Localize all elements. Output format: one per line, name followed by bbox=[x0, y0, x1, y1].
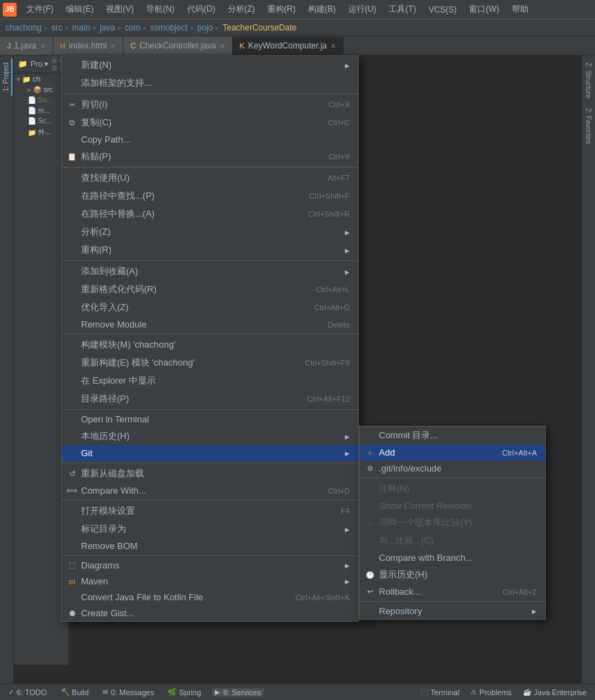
ctx-new-label: 新建(N) bbox=[81, 59, 112, 71]
ctx-git[interactable]: Git ▸ bbox=[62, 445, 358, 461]
ctx-commit-dir[interactable]: Commit 目录... bbox=[359, 427, 545, 445]
ctx-module-settings[interactable]: 打开模块设置 F4 bbox=[62, 502, 358, 520]
ctx-new-arrow: ▸ bbox=[345, 60, 350, 71]
ctx-sep-3 bbox=[62, 260, 358, 261]
ctx-sep-5 bbox=[62, 409, 358, 410]
ctx-local-history[interactable]: 本地历史(H) ▸ bbox=[62, 427, 358, 445]
ctx-repository[interactable]: Repository ▸ bbox=[359, 603, 545, 619]
ctx-compare-with2-label: 与...比较...(C) bbox=[379, 535, 434, 547]
ctx-remove-bom[interactable]: Remove BOM bbox=[62, 538, 358, 554]
ctx-local-history-arrow: ▸ bbox=[345, 431, 350, 442]
compare-icon: ⟺ bbox=[66, 486, 78, 495]
ctx-open-terminal[interactable]: Open in Terminal bbox=[62, 411, 358, 427]
ctx-annotate-label: 注释(N) bbox=[379, 483, 409, 495]
ctx-add-framework[interactable]: 添加框架的支持... bbox=[62, 74, 358, 92]
ctx-add-label: Add bbox=[379, 447, 395, 458]
exclude-icon: ⚙ bbox=[364, 465, 376, 472]
ctx-maven[interactable]: m Maven ▸ bbox=[62, 573, 358, 589]
ctx-paste-label: 粘贴(P) bbox=[81, 150, 111, 163]
ctx-compare-same-version: → 与同一个版本库比较(Y) bbox=[359, 514, 545, 532]
ctx-optimize[interactable]: 优化导入(Z) Ctrl+Alt+O bbox=[62, 298, 358, 316]
ctx-show-history[interactable]: 🕐 显示历史(H) bbox=[359, 566, 545, 584]
ctx-commit-dir-label: Commit 目录... bbox=[379, 429, 438, 442]
ctx-refactor-arrow: ▸ bbox=[345, 245, 350, 255]
diagrams-icon: ⬚ bbox=[66, 561, 78, 570]
ctx-add-shortcut: Ctrl+Alt+A bbox=[502, 449, 537, 457]
ctx-rebuild-shortcut: Ctrl+Shift+F9 bbox=[305, 359, 350, 367]
git-sep-2 bbox=[359, 601, 545, 602]
ctx-exclude-label: .git/info/exclude bbox=[379, 463, 441, 474]
ctx-replace-shortcut: Ctrl+Shift+R bbox=[308, 210, 350, 218]
ctx-build-module[interactable]: 构建模块(M) 'chachong' bbox=[62, 336, 358, 354]
ctx-mark-dir[interactable]: 标记目录为 ▸ bbox=[62, 520, 358, 538]
ctx-rollback[interactable]: ↩ Rollback... Ctrl+Alt+Z bbox=[359, 584, 545, 600]
ctx-remove-module-label: Remove Module bbox=[81, 319, 147, 330]
ctx-convert-java-label: Convert Java File to Kotlin File bbox=[81, 592, 203, 602]
ctx-annotate: 注释(N) bbox=[359, 480, 545, 498]
ctx-mark-dir-label: 标记目录为 bbox=[81, 523, 126, 535]
ctx-find-in-path-label: 在路径中查找...(P) bbox=[81, 190, 154, 202]
ctx-analyze-label: 分析(Z) bbox=[81, 226, 111, 238]
ctx-rebuild-module[interactable]: 重新构建(E) 模块 'chachong' Ctrl+Shift+F9 bbox=[62, 354, 358, 372]
ctx-dir-path[interactable]: 目录路径(P) Ctrl+Alt+F12 bbox=[62, 390, 358, 408]
ctx-exclude[interactable]: ⚙ .git/info/exclude bbox=[359, 460, 545, 476]
ctx-add-favorites-label: 添加到收藏(A) bbox=[81, 265, 138, 278]
ctx-show-in-explorer[interactable]: 在 Explorer 中显示 bbox=[62, 372, 358, 390]
ctx-local-history-label: 本地历史(H) bbox=[81, 430, 130, 442]
ctx-compare-branch[interactable]: Compare with Branch... bbox=[359, 550, 545, 566]
ctx-copy-shortcut: Ctrl+C bbox=[328, 118, 350, 127]
ctx-rollback-label: Rollback... bbox=[379, 586, 421, 597]
ctx-reformat-shortcut: Ctrl+Alt+L bbox=[316, 285, 350, 294]
ctx-sep-2 bbox=[62, 167, 358, 168]
ctx-repository-arrow: ▸ bbox=[532, 606, 537, 616]
ctx-git-arrow: ▸ bbox=[345, 448, 350, 458]
ctx-paste[interactable]: 📋 粘贴(P) Ctrl+V bbox=[62, 147, 358, 165]
ctx-add[interactable]: + Add Ctrl+Alt+A bbox=[359, 445, 545, 460]
ctx-copy-path[interactable]: Copy Path... bbox=[62, 132, 358, 147]
ctx-convert-java[interactable]: Convert Java File to Kotlin File Ctrl+Al… bbox=[62, 589, 358, 605]
ctx-create-gist-label: Create Gist... bbox=[81, 608, 134, 618]
ctx-optimize-shortcut: Ctrl+Alt+O bbox=[314, 303, 350, 312]
ctx-optimize-label: 优化导入(Z) bbox=[81, 301, 129, 314]
ctx-analyze[interactable]: 分析(Z) ▸ bbox=[62, 223, 358, 241]
git-sep-1 bbox=[359, 478, 545, 478]
ctx-reformat[interactable]: 重新格式化代码(R) Ctrl+Alt+L bbox=[62, 280, 358, 298]
ctx-find-usage-label: 查找使用(U) bbox=[81, 172, 130, 184]
ctx-paste-shortcut: Ctrl+V bbox=[328, 152, 350, 161]
ctx-rebuild-module-label: 重新构建(E) 模块 'chachong' bbox=[81, 357, 195, 369]
ctx-mark-dir-arrow: ▸ bbox=[345, 524, 350, 535]
ctx-find-in-path[interactable]: 在路径中查找...(P) Ctrl+Shift+F bbox=[62, 187, 358, 205]
ctx-show-history-label: 显示历史(H) bbox=[379, 568, 427, 581]
ctx-add-favorites[interactable]: 添加到收藏(A) ▸ bbox=[62, 262, 358, 280]
ctx-cut[interactable]: ✂ 剪切(I) Ctrl+X bbox=[62, 96, 358, 114]
ctx-remove-module[interactable]: Remove Module Delete bbox=[62, 316, 358, 332]
ctx-favorites-arrow: ▸ bbox=[345, 267, 350, 277]
ctx-add-framework-label: 添加框架的支持... bbox=[81, 77, 152, 89]
ctx-maven-label: Maven bbox=[81, 576, 108, 586]
ctx-remove-module-shortcut: Delete bbox=[328, 321, 350, 329]
ctx-create-gist[interactable]: ⬤ Create Gist... bbox=[62, 605, 358, 621]
ctx-replace-in-path-label: 在路径中替换...(A) bbox=[81, 208, 154, 220]
ctx-rollback-shortcut: Ctrl+Alt+Z bbox=[502, 588, 537, 596]
ctx-remove-bom-label: Remove BOM bbox=[81, 541, 138, 551]
ctx-new[interactable]: 新建(N) ▸ bbox=[62, 56, 358, 74]
ctx-reload-disk[interactable]: ↺ 重新从磁盘加载 bbox=[62, 465, 358, 483]
cut-icon: ✂ bbox=[66, 100, 78, 109]
ctx-find-usage[interactable]: 查找使用(U) Alt+F7 bbox=[62, 169, 358, 187]
ctx-copy-path-label: Copy Path... bbox=[81, 134, 131, 145]
ctx-sep-1 bbox=[62, 93, 358, 94]
ctx-compare-with[interactable]: ⟺ Compare With... Ctrl+D bbox=[62, 483, 358, 499]
rollback-icon: ↩ bbox=[364, 587, 376, 596]
compare-version-icon: → bbox=[364, 519, 376, 527]
ctx-analyze-arrow: ▸ bbox=[345, 227, 350, 237]
ctx-diagrams[interactable]: ⬚ Diagrams ▸ bbox=[62, 557, 358, 573]
ctx-copy[interactable]: ⧉ 复制(C) Ctrl+C bbox=[62, 114, 358, 132]
reload-icon: ↺ bbox=[66, 469, 78, 478]
ctx-find-in-path-shortcut: Ctrl+Shift+F bbox=[309, 192, 350, 200]
ctx-compare-same-version-label: 与同一个版本库比较(Y) bbox=[379, 517, 472, 529]
ctx-cut-shortcut: Ctrl+X bbox=[328, 100, 350, 109]
maven-icon: m bbox=[66, 577, 78, 586]
ctx-replace-in-path[interactable]: 在路径中替换...(A) Ctrl+Shift+R bbox=[62, 205, 358, 223]
ctx-show-explorer-label: 在 Explorer 中显示 bbox=[81, 375, 156, 387]
ctx-refactor[interactable]: 重构(R) ▸ bbox=[62, 241, 358, 259]
